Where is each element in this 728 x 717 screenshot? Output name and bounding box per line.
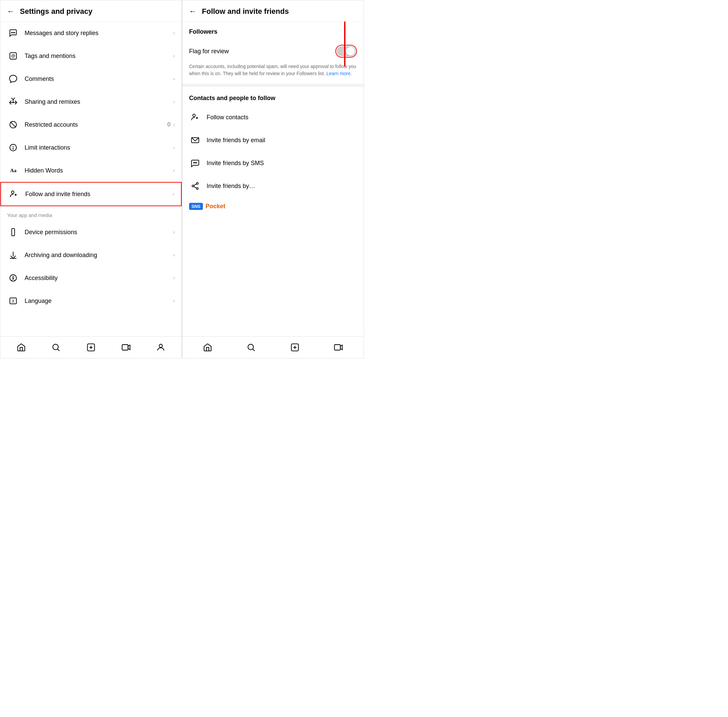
language-icon: 文 <box>7 295 19 307</box>
nav-video-left[interactable] <box>120 341 132 354</box>
svg-point-38 <box>197 183 198 184</box>
hidden-chevron: › <box>173 168 175 174</box>
pocket-label: Pocket <box>206 203 226 210</box>
tags-icon: @ <box>7 50 19 62</box>
comments-chevron: › <box>173 76 175 82</box>
svg-text:文: 文 <box>11 299 15 303</box>
limit-chevron: › <box>173 145 175 151</box>
settings-item-messages[interactable]: Messages and story replies › <box>0 21 182 44</box>
svg-point-40 <box>197 188 198 189</box>
nav-add-right[interactable] <box>289 341 301 354</box>
svg-point-21 <box>53 344 58 350</box>
svg-line-44 <box>253 349 255 351</box>
svg-rect-48 <box>335 345 341 350</box>
svg-point-28 <box>159 344 162 347</box>
nav-home-left[interactable] <box>15 341 27 354</box>
hidden-label: Hidden Words <box>24 167 173 174</box>
flag-review-row: Flag for review <box>182 40 364 63</box>
left-bottom-nav <box>0 336 182 358</box>
settings-item-device[interactable]: Device permissions › <box>0 221 182 244</box>
comments-icon <box>7 73 19 85</box>
hidden-icon: Aa <box>7 165 19 177</box>
svg-point-37 <box>196 162 197 163</box>
limit-icon <box>7 142 19 154</box>
messages-icon <box>7 27 19 39</box>
settings-item-tags[interactable]: @ Tags and mentions › <box>0 44 182 67</box>
settings-item-accessibility[interactable]: Accessibility › <box>0 267 182 290</box>
learn-more-link[interactable]: Learn more. <box>326 71 351 76</box>
svg-point-31 <box>193 114 195 117</box>
invite-email-label: Invite friends by email <box>207 137 265 144</box>
invite-sms-item[interactable]: Invite friends by SMS <box>182 152 364 174</box>
flag-review-toggle[interactable] <box>337 46 356 56</box>
svg-point-9 <box>13 149 14 149</box>
sms-icon <box>189 157 201 169</box>
sharing-label: Sharing and remixes <box>24 98 173 105</box>
accessibility-icon <box>7 272 19 284</box>
restricted-icon <box>7 119 19 131</box>
settings-item-language[interactable]: 文 Language › <box>0 290 182 312</box>
invite-email-item[interactable]: Invite friends by email <box>182 129 364 152</box>
nav-search-left[interactable] <box>50 341 62 354</box>
follow-contacts-item[interactable]: Follow contacts <box>182 106 364 129</box>
svg-text:@: @ <box>11 53 15 58</box>
svg-point-1 <box>13 32 14 33</box>
settings-item-restricted[interactable]: Restricted accounts 0 › <box>0 113 182 136</box>
settings-item-comments[interactable]: Comments › <box>0 67 182 90</box>
svg-marker-27 <box>128 345 130 350</box>
settings-item-limit[interactable]: Limit interactions › <box>0 136 182 159</box>
svg-point-2 <box>14 32 15 33</box>
settings-item-follow[interactable]: Follow and invite friends › <box>0 182 182 206</box>
right-bottom-nav <box>182 336 364 358</box>
flag-review-label: Flag for review <box>189 48 229 55</box>
svg-rect-14 <box>12 229 15 236</box>
left-back-button[interactable]: ← <box>7 7 14 16</box>
sns-badge: SNS <box>189 203 203 210</box>
archive-chevron: › <box>173 252 175 258</box>
right-panel: ← Follow and invite friends Followers Fl… <box>182 0 364 358</box>
settings-list: Messages and story replies › @ Tags and … <box>0 21 182 336</box>
tags-label: Tags and mentions <box>24 53 173 59</box>
nav-search-right[interactable] <box>245 341 257 354</box>
svg-point-39 <box>192 185 194 187</box>
svg-line-22 <box>58 349 60 351</box>
follow-contacts-icon <box>189 111 201 123</box>
nav-add-left[interactable] <box>85 341 97 354</box>
svg-line-6 <box>11 122 16 127</box>
settings-item-hidden[interactable]: Aa Hidden Words › <box>0 159 182 182</box>
contacts-section-header: Contacts and people to follow <box>182 88 364 106</box>
svg-point-11 <box>11 191 14 194</box>
section-label-media: Your app and media <box>0 206 182 221</box>
device-chevron: › <box>173 229 175 235</box>
flag-review-toggle-container <box>335 45 357 58</box>
messages-chevron: › <box>173 30 175 36</box>
nav-video-right[interactable] <box>332 341 345 354</box>
nav-profile-left[interactable] <box>155 341 167 354</box>
accessibility-label: Accessibility <box>24 275 173 282</box>
limit-label: Limit interactions <box>24 144 173 151</box>
right-header: ← Follow and invite friends <box>182 0 364 21</box>
svg-point-18 <box>12 276 14 277</box>
right-back-button[interactable]: ← <box>189 7 197 16</box>
sharing-icon <box>7 96 19 108</box>
svg-rect-26 <box>122 345 128 350</box>
nav-home-right[interactable] <box>201 341 214 354</box>
restricted-label: Restricted accounts <box>24 121 168 128</box>
settings-item-archive[interactable]: Archiving and downloading › <box>0 244 182 267</box>
followers-section-header: Followers <box>182 21 364 40</box>
language-label: Language <box>24 297 173 305</box>
left-panel-title: Settings and privacy <box>20 7 92 16</box>
invite-other-item[interactable]: Invite friends by… <box>182 174 364 197</box>
invite-sms-label: Invite friends by SMS <box>207 160 264 167</box>
svg-point-35 <box>194 162 194 163</box>
right-panel-title: Follow and invite friends <box>202 7 289 16</box>
invite-other-label: Invite friends by… <box>207 183 255 190</box>
svg-point-0 <box>11 32 12 33</box>
settings-item-sharing[interactable]: Sharing and remixes › <box>0 90 182 113</box>
messages-label: Messages and story replies <box>24 30 173 37</box>
left-panel: ← Settings and privacy Messages and stor… <box>0 0 182 358</box>
restricted-badge: 0 <box>168 122 171 128</box>
svg-point-36 <box>195 162 195 163</box>
left-header: ← Settings and privacy <box>0 0 182 21</box>
follow-contacts-label: Follow contacts <box>207 114 249 121</box>
